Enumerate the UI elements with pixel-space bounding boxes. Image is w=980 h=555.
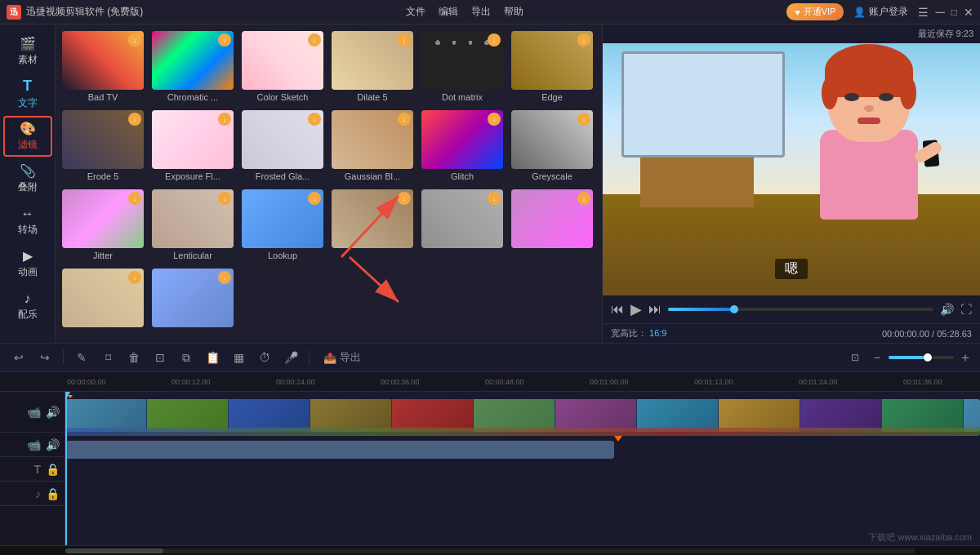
track-audio2-icon[interactable]: 🔊 — [46, 438, 60, 451]
music-track[interactable] — [65, 485, 980, 504]
filter-lenticular[interactable]: ↓ Lenticular — [149, 186, 237, 264]
zoom-in-button[interactable]: ＋ — [959, 349, 972, 366]
track-text-icon[interactable]: T — [33, 463, 41, 476]
filter-lookup[interactable]: ↓ Lookup — [238, 186, 327, 264]
menu-edit[interactable]: 编辑 — [439, 5, 458, 19]
aspect-ratio-value[interactable]: 16:9 — [649, 328, 666, 338]
download-icon-10[interactable]: ↓ — [398, 113, 411, 126]
filter-edge[interactable]: ↓ Edge — [508, 28, 596, 105]
edit-button[interactable]: ✎ — [71, 347, 92, 368]
filter-greyscale[interactable]: ↓ Greyscale — [508, 107, 596, 184]
save-time-label: 最近保存 9:23 — [918, 28, 973, 40]
fullscreen-icon[interactable]: ⛶ — [960, 303, 972, 316]
filter-thumb-19: ↓ — [62, 269, 144, 327]
filter-18[interactable]: ↓ — [508, 186, 596, 264]
track-music-icon[interactable]: ♪ — [35, 487, 41, 500]
next-frame-button[interactable]: ⏭ — [648, 302, 662, 317]
play-button[interactable]: ▶ — [630, 300, 642, 318]
track-audio-icon[interactable]: 🔊 — [46, 406, 60, 419]
scrollbar-thumb[interactable] — [65, 548, 163, 553]
login-button[interactable]: 👤 账户登录 — [853, 5, 908, 19]
filter-16[interactable]: ↓ — [328, 186, 416, 264]
preview-mode-button[interactable]: ⊡ — [844, 347, 866, 368]
download-icon-17[interactable]: ↓ — [488, 192, 501, 205]
download-icon-3[interactable]: ↓ — [308, 33, 321, 47]
sidebar-item-filter[interactable]: 🎨 滤镜 — [3, 116, 52, 157]
sidebar-item-music[interactable]: ♪ 配乐 — [3, 286, 52, 326]
secondary-track[interactable] — [65, 438, 980, 461]
delete-button[interactable]: 🗑 — [123, 347, 145, 368]
filter-jitter[interactable]: ↓ Jitter — [59, 186, 147, 264]
sidebar-item-overlay[interactable]: 📎 叠附 — [3, 158, 52, 199]
filter-thumb-lookup: ↓ — [242, 189, 323, 248]
video-thumb-2 — [147, 399, 229, 432]
download-icon-9[interactable]: ↓ — [308, 113, 321, 126]
sidebar-item-transition[interactable]: ↔ 转场 — [3, 201, 52, 242]
filter-bad-tv[interactable]: ↓ Bad TV — [59, 28, 147, 105]
video-track[interactable] — [65, 395, 980, 436]
download-icon-13[interactable]: ↓ — [128, 192, 141, 205]
bar-chart-button[interactable]: ▦ — [228, 347, 249, 368]
timer-button[interactable]: ⏱ — [254, 347, 275, 368]
track-lock-icon[interactable]: 🔒 — [46, 463, 60, 476]
filter-chromatic[interactable]: ↓ Chromatic ... — [149, 28, 237, 105]
download-icon-2[interactable]: ↓ — [218, 33, 231, 47]
download-icon-18[interactable]: ↓ — [577, 192, 590, 205]
scrollbar-track[interactable] — [65, 548, 915, 553]
track-mute-icon[interactable]: 🔒 — [46, 487, 60, 500]
download-icon-11[interactable]: ↓ — [488, 113, 501, 126]
close-button[interactable]: ✕ — [964, 5, 973, 20]
download-icon-15[interactable]: ↓ — [308, 192, 321, 205]
download-icon-12[interactable]: ↓ — [577, 113, 590, 126]
download-icon-6[interactable]: ↓ — [577, 33, 590, 47]
crop-button[interactable]: ⊡ — [149, 347, 171, 368]
filter-dilate5[interactable]: ↓ Dilate 5 — [328, 28, 416, 105]
prev-frame-button[interactable]: ⏮ — [611, 302, 624, 317]
filter-color-sketch[interactable]: ↓ Color Sketch — [238, 28, 327, 105]
filter-thumb-gaussian: ↓ — [332, 110, 413, 169]
menu-export[interactable]: 导出 — [471, 5, 491, 19]
menu-help[interactable]: 帮助 — [504, 5, 523, 19]
export-button[interactable]: 📤 导出 — [317, 347, 368, 368]
track-video2-icon[interactable]: 📹 — [27, 438, 41, 451]
text-track[interactable] — [65, 464, 980, 483]
volume-icon[interactable]: 🔊 — [940, 303, 954, 316]
menu-icon[interactable]: ☰ — [918, 5, 929, 20]
sidebar-item-material[interactable]: 🎬 素材 — [3, 31, 52, 72]
zoom-slider[interactable] — [889, 356, 954, 359]
redo-button[interactable]: ↪ — [34, 347, 56, 368]
filter-glitch[interactable]: ↓ Glitch — [418, 107, 506, 184]
download-icon-20[interactable]: ↓ — [218, 271, 231, 284]
mic-button[interactable]: 🎤 — [280, 347, 301, 368]
filter-gaussian[interactable]: ↓ Gaussian Bl... — [328, 107, 416, 184]
undo-button[interactable]: ↩ — [8, 347, 29, 368]
filter-erode5[interactable]: ↓ Erode 5 — [59, 107, 147, 184]
paste-button[interactable]: 📋 — [202, 347, 223, 368]
progress-bar[interactable] — [668, 308, 933, 311]
download-icon-7[interactable]: ↓ — [128, 113, 141, 126]
split-button[interactable]: ⌑ — [97, 347, 118, 368]
download-icon[interactable]: ↓ — [128, 33, 141, 47]
sidebar-item-text[interactable]: T 文字 — [3, 73, 52, 114]
zoom-out-button[interactable]: － — [871, 349, 884, 366]
filter-frosted[interactable]: ↓ Frosted Gla... — [238, 107, 327, 184]
vip-button[interactable]: ♥ 开通VIP — [786, 3, 844, 20]
filter-20[interactable]: ↓ — [149, 265, 237, 333]
download-icon-4[interactable]: ↓ — [398, 33, 411, 47]
maximize-button[interactable]: □ — [951, 5, 957, 20]
menu-file[interactable]: 文件 — [406, 5, 425, 19]
track-video-icon[interactable]: 📹 — [27, 406, 41, 419]
copy-button[interactable]: ⧉ — [176, 347, 197, 368]
download-icon-19[interactable]: ↓ — [128, 271, 141, 284]
download-icon-8[interactable]: ↓ — [218, 113, 231, 126]
filter-17[interactable]: ↓ — [418, 186, 506, 264]
sidebar-item-animation[interactable]: ▶ 动画 — [3, 243, 52, 284]
filter-19[interactable]: ↓ — [59, 265, 147, 333]
download-icon-5[interactable]: ↓ — [488, 33, 501, 47]
filter-name-color-sketch: Color Sketch — [257, 92, 309, 102]
filter-dot-matrix[interactable]: ↓ Dot matrix — [418, 28, 506, 105]
filter-exposure[interactable]: ↓ Exposure Fl... — [149, 107, 237, 184]
minimize-button[interactable]: ─ — [935, 5, 944, 20]
download-icon-14[interactable]: ↓ — [218, 192, 231, 205]
download-icon-16[interactable]: ↓ — [398, 192, 411, 205]
